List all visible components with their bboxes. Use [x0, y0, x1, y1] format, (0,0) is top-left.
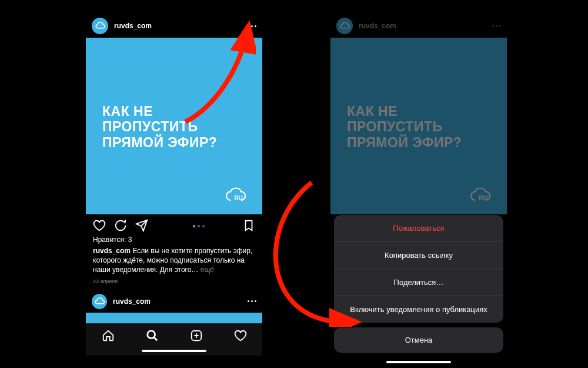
sheet-cancel-button[interactable]: Отмена [334, 327, 503, 353]
post-headline: КАК НЕ ПРОПУСТИТЬ ПРЯМОЙ ЭФИР? [347, 104, 462, 150]
svg-text:RU: RU [234, 195, 243, 201]
likes-count: 3 [128, 236, 132, 244]
likes-row[interactable]: Нравится: 3 [86, 234, 262, 245]
next-post-username[interactable]: ruvds_com [113, 297, 151, 306]
post-username: ruvds_com [359, 22, 396, 30]
post-username[interactable]: ruvds_com [114, 22, 152, 30]
post-date: 23 апреля [86, 276, 262, 290]
share-icon[interactable] [135, 219, 148, 232]
bottom-nav [86, 323, 262, 356]
heart-icon[interactable] [93, 219, 106, 232]
add-post-icon[interactable] [190, 329, 203, 342]
sheet-report-button[interactable]: Пожаловаться [334, 215, 503, 241]
avatar[interactable] [92, 294, 107, 309]
action-sheet: Пожаловаться Копировать ссылку Поделитьс… [334, 215, 503, 353]
sheet-share-button[interactable]: Поделиться… [334, 268, 503, 296]
svg-text:RU: RU [479, 195, 487, 201]
home-icon[interactable] [102, 329, 115, 342]
post-caption: ruvds_com Если вы не хотите пропустить э… [86, 245, 262, 276]
next-post-image-peek [86, 313, 262, 324]
activity-icon[interactable] [234, 329, 247, 342]
post-image[interactable]: КАК НЕ ПРОПУСТИТЬ ПРЯМОЙ ЭФИР? RU [86, 38, 262, 214]
more-options-button[interactable] [248, 25, 256, 27]
bookmark-icon[interactable] [242, 219, 255, 232]
caption-username[interactable]: ruvds_com [93, 247, 131, 255]
caption-more-link[interactable]: ещё [201, 266, 214, 274]
phone-left: ruvds_com КАК НЕ ПРОПУСТИТЬ ПРЯМОЙ ЭФИР?… [86, 14, 262, 356]
sheet-copy-link-button[interactable]: Копировать ссылку [334, 241, 503, 268]
ruvds-logo-icon: RU [469, 187, 495, 204]
post-actions: ●●● [86, 214, 262, 234]
search-icon[interactable] [146, 329, 159, 342]
carousel-dots: ●●● [156, 223, 242, 229]
sheet-notifications-button[interactable]: Включить уведомления о публикациях [334, 296, 503, 323]
post-image: КАК НЕ ПРОПУСТИТЬ ПРЯМОЙ ЭФИР? RU [330, 38, 507, 214]
more-options-button[interactable] [248, 300, 256, 302]
post-headline: КАК НЕ ПРОПУСТИТЬ ПРЯМОЙ ЭФИР? [102, 104, 217, 150]
post-header: ruvds_com [330, 14, 507, 38]
home-indicator [142, 350, 206, 352]
svg-point-1 [147, 331, 155, 339]
ruvds-logo-icon: RU [225, 187, 250, 204]
more-options-button [492, 25, 501, 27]
action-sheet-block: Пожаловаться Копировать ссылку Поделитьс… [334, 215, 503, 323]
post-header: ruvds_com [86, 14, 262, 38]
home-indicator [386, 361, 451, 363]
likes-label: Нравится: [93, 236, 126, 244]
avatar [336, 18, 353, 34]
next-post-header: ruvds_com [86, 290, 262, 313]
avatar[interactable] [92, 18, 108, 34]
comment-icon[interactable] [114, 219, 127, 232]
